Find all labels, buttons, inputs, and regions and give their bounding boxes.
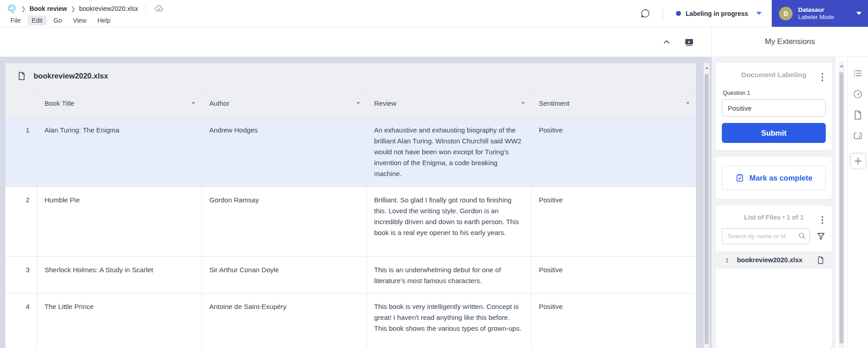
clipboard-check-icon [735,173,744,182]
cell-book-title: Alan Turing: The Enigma [37,117,202,187]
document-toolbar [0,27,711,57]
plus-icon [853,157,863,166]
table-header-row: Book Title Author Review Sentiment [5,89,696,117]
extensions-panel: My Extensions Document Labeling Question… [711,27,868,348]
info-card-icon[interactable] [853,130,863,141]
kebab-menu-icon[interactable] [820,71,825,83]
panel-scroll-zone [836,57,847,348]
table-row[interactable]: 3 Sherlock Holmes: A Study in Scarlet Si… [5,257,696,294]
status-label: Labeling in progress [686,10,748,17]
cell-book-title: Sherlock Holmes: A Study in Scarlet [37,257,202,294]
divider [663,8,663,20]
top-bar: ❯ Book review ❯ bookreview2020.xlsx File… [0,0,868,27]
cell-sentiment: Positive [532,187,696,256]
user-menu[interactable]: D Datasaur Labeler Mode [772,0,868,27]
column-header-book-title[interactable]: Book Title [37,89,202,117]
present-view-button[interactable] [683,36,695,48]
file-icon [816,254,825,266]
kebab-menu-icon[interactable] [820,214,825,226]
menu-go[interactable]: Go [49,15,66,25]
document-labeling-title: Document Labeling [741,71,807,79]
avatar: D [779,7,793,20]
row-number: 2 [5,187,37,256]
mark-as-complete-button[interactable]: Mark as complete [722,166,826,190]
panel-scrollbar[interactable] [838,61,844,348]
breadcrumb: ❯ Book review ❯ bookreview2020.xlsx [6,3,165,15]
scrollbar-thumb[interactable] [705,74,709,344]
file-list-card: List of Files • 1 of 1 [715,206,832,348]
cloud-sync-check-icon [153,3,165,15]
menu-bar: File Edit Go View Help [6,15,165,25]
column-dropdown-icon [192,102,195,104]
cell-review: An exhaustive and exhausting biography o… [367,117,532,187]
file-search-input[interactable] [722,228,810,244]
document-title: bookreview2020.xlsx [34,72,108,80]
column-header-author[interactable]: Author [202,89,367,117]
status-dropdown[interactable]: Labeling in progress [667,0,772,27]
breadcrumb-separator: ❯ [21,5,26,12]
user-mode: Labeler Mode [798,14,853,21]
file-list-title: List of Files • 1 of 1 [744,214,804,221]
submit-button[interactable]: Submit [722,123,826,143]
cell-sentiment: Positive [532,117,696,187]
menu-view[interactable]: View [69,15,90,25]
menu-edit[interactable]: Edit [28,15,47,25]
scrollbar-thumb[interactable] [839,72,843,343]
corner-header-cell [5,89,37,117]
breadcrumb-current-file: bookreview2020.xlsx [79,5,138,12]
scroll-up-arrow-icon[interactable] [840,65,843,67]
document-card-header: bookreview2020.xlsx [5,63,696,89]
cell-author: Andrew Hodges [202,117,367,187]
metrics-gauge-icon[interactable] [853,88,863,99]
cell-review: Brilliant. So glad I finally got round t… [367,187,532,256]
extensions-icon-rail [847,57,868,348]
file-icon [15,70,27,82]
cell-sentiment: Positive [532,257,696,294]
column-dropdown-icon [356,102,360,104]
divider [145,4,146,14]
collapse-chevron-up-button[interactable] [661,36,672,48]
chevron-down-icon [856,12,862,15]
cell-author: Gordon Ramsay [202,187,367,256]
labels-list-icon[interactable] [853,68,863,78]
row-number: 4 [5,294,37,348]
search-icon [798,232,806,241]
menu-file[interactable]: File [6,15,25,25]
scroll-up-arrow-icon[interactable] [705,67,709,69]
cell-book-title: Humble Pie [37,187,202,256]
table-row[interactable]: 2 Humble Pie Gordon Ramsay Brilliant. So… [5,187,696,257]
question-label: Question 1 [723,90,826,96]
breadcrumb-project[interactable]: Book review [30,5,67,12]
document-labeling-card: Document Labeling Question 1 Submit [715,63,832,150]
cell-author: Antoine de Saint-Exupéry [202,294,367,348]
cell-review: This is an underwhelming debut for one o… [367,257,532,294]
mark-complete-card: Mark as complete [715,157,832,199]
table-row[interactable]: 1 Alan Turing: The Enigma Andrew Hodges … [5,117,696,187]
breadcrumb-separator: ❯ [70,5,75,12]
user-name: Datasaur [798,6,853,14]
column-header-review[interactable]: Review [367,89,532,117]
row-number: 1 [5,117,37,187]
cell-review: This book is very intelligently written.… [367,294,532,348]
table-row[interactable]: 4 The Little Prince Antoine de Saint-Exu… [5,294,696,348]
filter-funnel-icon[interactable] [816,230,826,242]
cell-author: Sir Arthur Conan Doyle [202,257,367,294]
extensions-panel-title: My Extensions [765,37,815,46]
file-list-item[interactable]: 1 bookreview2020.xlsx [715,251,832,269]
document-scrollbar[interactable] [704,63,710,348]
column-header-sentiment[interactable]: Sentiment [532,89,696,117]
answer-input[interactable] [722,99,826,117]
column-dropdown-icon [686,102,690,104]
chevron-down-icon [756,12,762,15]
add-extension-button[interactable] [850,153,866,169]
datasaur-logo-icon[interactable] [6,3,17,14]
cell-book-title: The Little Prince [37,294,202,348]
document-workspace: bookreview2020.xlsx Book Title Author Re… [0,27,711,348]
file-number: 1 [725,257,729,264]
chat-comment-icon[interactable] [639,8,651,20]
document-viewport: bookreview2020.xlsx Book Title Author Re… [0,57,711,348]
document-card: bookreview2020.xlsx Book Title Author Re… [5,63,696,348]
document-page-icon[interactable] [853,109,863,120]
menu-help[interactable]: Help [93,15,114,25]
cell-sentiment: Positive [532,294,696,348]
